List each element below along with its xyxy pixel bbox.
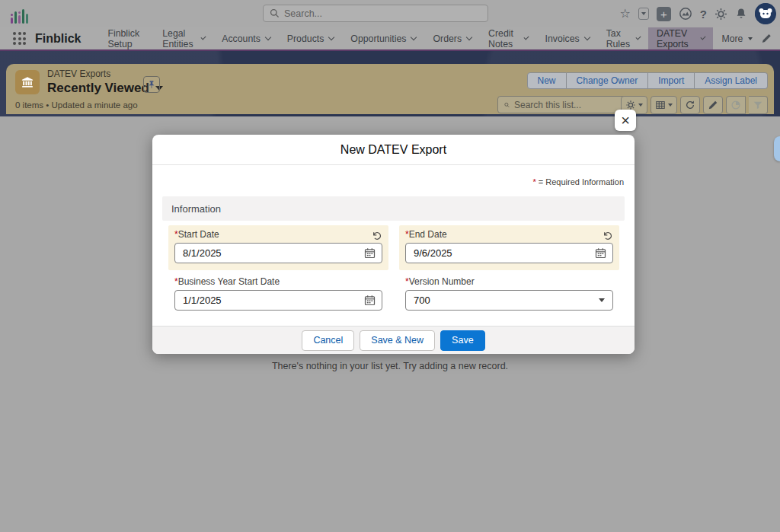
favorites-dropdown-button[interactable]	[638, 8, 649, 20]
version-number-picklist[interactable]: 700	[405, 290, 613, 311]
setup-gear-icon[interactable]	[714, 8, 727, 21]
user-avatar[interactable]	[755, 3, 776, 24]
start-date-input[interactable]	[174, 243, 382, 263]
chevron-down-icon	[201, 34, 206, 40]
tab-datev-exports[interactable]: DATEV Exports	[648, 27, 713, 49]
company-logo-icon	[11, 4, 28, 24]
tab-legal-entities[interactable]: Legal Entities	[154, 27, 213, 49]
global-search-input[interactable]	[284, 8, 481, 19]
assign-label-button[interactable]: Assign Label	[695, 72, 768, 89]
tab-finblick-setup[interactable]: Finblick Setup	[99, 27, 154, 49]
version-number-field: *Version Number 700	[399, 272, 619, 317]
field-label: End Date	[409, 229, 447, 240]
end-date-field: *End Date	[399, 225, 619, 270]
list-search-input[interactable]	[514, 100, 632, 110]
required-information-note: *= Required Information	[533, 177, 624, 186]
datev-exports-object-icon	[15, 70, 40, 94]
tab-invoices[interactable]: Invoices	[537, 27, 598, 49]
required-asterisk: *	[533, 177, 536, 186]
change-owner-button[interactable]: Change Owner	[567, 72, 649, 89]
tab-more[interactable]: More	[713, 27, 761, 49]
calendar-icon[interactable]	[364, 247, 376, 259]
chevron-down-icon	[265, 34, 271, 40]
caret-down-icon	[668, 104, 673, 107]
empty-list-message: There's nothing in your list yet. Try ad…	[0, 361, 780, 371]
new-button[interactable]: New	[527, 72, 567, 89]
import-button[interactable]: Import	[648, 72, 695, 89]
tab-orders[interactable]: Orders	[424, 27, 480, 49]
pin-list-button[interactable]	[143, 76, 160, 93]
chevron-down-icon	[466, 34, 472, 40]
chevron-down-icon	[701, 34, 706, 40]
calendar-icon[interactable]	[364, 295, 376, 306]
modal-title: New DATEV Export	[340, 143, 446, 157]
caret-down-icon	[748, 37, 753, 40]
edit-nav-pencil-icon[interactable]	[761, 32, 772, 45]
list-actions: New Change Owner Import Assign Label	[527, 72, 768, 89]
global-search-box[interactable]	[263, 5, 488, 22]
new-datev-export-modal: × New DATEV Export *= Required Informati…	[152, 135, 635, 354]
save-and-new-button[interactable]: Save & New	[360, 330, 435, 351]
docked-utility-tab[interactable]	[774, 136, 780, 161]
information-section-header: Information	[162, 196, 625, 221]
tab-opportunities[interactable]: Opportunities	[342, 27, 424, 49]
caret-down-icon	[638, 104, 643, 107]
app-navigation-bar: Finblick Finblick Setup Legal Entities A…	[0, 27, 780, 51]
undo-icon[interactable]	[602, 231, 612, 241]
tab-products[interactable]: Products	[279, 27, 343, 49]
save-button[interactable]: Save	[440, 330, 485, 351]
refresh-button[interactable]	[680, 96, 700, 114]
chevron-down-icon	[328, 34, 334, 40]
search-icon	[504, 100, 510, 110]
end-date-input[interactable]	[405, 243, 613, 263]
pin-icon	[147, 80, 156, 89]
display-as-button[interactable]	[651, 96, 677, 114]
favorites-star-icon[interactable]: ☆	[619, 8, 630, 20]
pencil-icon	[708, 100, 718, 110]
modal-footer: Cancel Save & New Save	[152, 326, 635, 354]
field-label: Version Number	[409, 276, 475, 287]
picklist-value: 700	[414, 295, 430, 306]
nav-tabs: Finblick Setup Legal Entities Accounts P…	[99, 27, 761, 49]
chevron-down-icon	[524, 34, 529, 40]
app-name: Finblick	[35, 32, 81, 46]
refresh-icon	[685, 100, 695, 110]
field-label: Business Year Start Date	[178, 276, 280, 287]
chevron-down-icon	[583, 34, 590, 40]
quick-create-plus-icon[interactable]: +	[657, 7, 671, 21]
search-icon	[270, 8, 280, 18]
guidance-center-icon[interactable]	[679, 7, 692, 21]
global-header: ☆ + ?	[0, 0, 780, 27]
tab-credit-notes[interactable]: Credit Notes	[480, 27, 536, 49]
app-launcher-icon[interactable]	[13, 32, 26, 45]
list-view-name[interactable]: Recently Viewed	[47, 81, 149, 96]
tab-tax-rules[interactable]: Tax Rules	[598, 27, 648, 49]
inline-edit-button[interactable]	[703, 96, 723, 114]
start-date-field: *Start Date	[168, 225, 388, 270]
picklist-caret-icon	[599, 298, 605, 302]
form-fields: *Start Date *End Date	[168, 225, 619, 317]
calendar-icon[interactable]	[595, 247, 606, 259]
chevron-down-icon	[411, 34, 417, 40]
cancel-button[interactable]: Cancel	[302, 330, 354, 351]
modal-header: New DATEV Export	[152, 135, 635, 165]
chevron-down-icon	[635, 34, 641, 40]
close-icon[interactable]: ×	[615, 110, 636, 131]
help-icon[interactable]: ?	[700, 8, 707, 21]
notifications-bell-icon[interactable]	[735, 8, 747, 20]
charts-button[interactable]	[726, 96, 746, 114]
gear-icon	[625, 100, 636, 110]
filter-funnel-icon	[753, 100, 763, 110]
business-year-start-date-input[interactable]	[174, 290, 382, 311]
tab-accounts[interactable]: Accounts	[213, 27, 279, 49]
list-meta-text: 0 items • Updated a minute ago	[15, 100, 138, 110]
business-year-start-date-field: *Business Year Start Date	[168, 272, 388, 317]
field-label: Start Date	[178, 229, 219, 240]
table-icon	[655, 100, 666, 110]
list-view-header: DATEV Exports Recently Viewed New Change…	[6, 64, 774, 114]
filters-button[interactable]	[749, 96, 768, 114]
chart-icon	[730, 100, 741, 110]
undo-icon[interactable]	[371, 231, 382, 241]
